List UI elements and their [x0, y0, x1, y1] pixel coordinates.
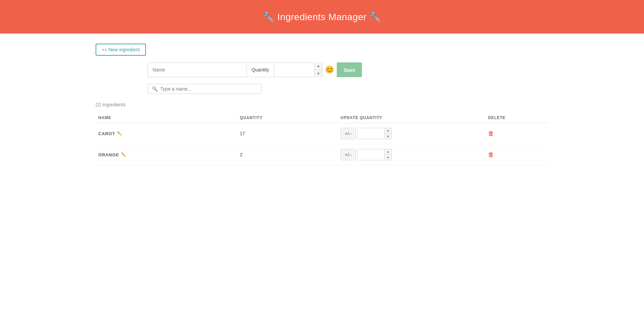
ingredients-table: NAME QUANTITY UPDATE QUANTITY DELETE CAR… — [96, 113, 548, 165]
quantity-spinner-down[interactable]: ▼ — [315, 70, 322, 77]
plus-minus-button[interactable]: +/– — [340, 149, 356, 160]
edit-icon[interactable]: ✏️ — [117, 131, 122, 136]
delete-button[interactable]: 🗑 — [488, 151, 494, 158]
edit-icon[interactable]: ✏️ — [121, 152, 126, 157]
ingredient-name-cell: ORANGE ✏️ — [96, 152, 240, 157]
quantity-spinners: ▲ ▼ — [314, 62, 322, 77]
ingredient-name-cell: CAROT ✏️ — [96, 131, 240, 136]
ingredients-count: (2) ingredients — [96, 102, 126, 107]
search-icon: 🔍 — [152, 86, 158, 92]
search-input[interactable] — [160, 86, 257, 92]
ingredient-quantity-cell: 17 — [240, 131, 340, 136]
new-ingredient-button[interactable]: + + New ingredient — [96, 44, 146, 56]
update-quantity-cell: +/– ▲ ▼ — [340, 128, 488, 139]
ingredient-quantity-cell: 2 — [240, 152, 340, 157]
save-button[interactable]: Save — [337, 62, 362, 77]
update-spinners: ▲ ▼ — [384, 128, 391, 139]
update-input-wrapper: ▲ ▼ — [357, 149, 392, 160]
col-header-update-quantity: UPDATE QUANTITY — [340, 115, 488, 120]
delete-cell: 🗑 — [488, 151, 548, 158]
table-row: CAROT ✏️ 17 +/– ▲ ▼ 🗑 — [96, 123, 548, 144]
quantity-input[interactable] — [274, 63, 314, 77]
update-spinner-up[interactable]: ▲ — [385, 149, 391, 155]
delete-cell: 🗑 — [488, 130, 548, 137]
quantity-wrapper: Quantity ▲ ▼ — [247, 62, 322, 77]
ingredient-name-input[interactable] — [148, 62, 247, 77]
table-header: NAME QUANTITY UPDATE QUANTITY DELETE — [96, 113, 548, 123]
main-content: + + New ingredient Quantity ▲ ▼ 😊 Save 🔍… — [0, 34, 644, 165]
col-header-name: NAME — [96, 115, 240, 120]
quantity-spinner-up[interactable]: ▲ — [315, 62, 322, 70]
update-input-wrapper: ▲ ▼ — [357, 128, 392, 139]
col-header-delete: DELETE — [488, 115, 548, 120]
plus-icon: + — [102, 47, 104, 52]
delete-button[interactable]: 🗑 — [488, 130, 494, 137]
wrench-left-icon: 🔧 — [263, 12, 275, 22]
add-ingredient-form: Quantity ▲ ▼ 😊 Save — [148, 62, 362, 77]
quantity-label: Quantity — [247, 63, 274, 77]
update-spinners: ▲ ▼ — [384, 149, 391, 160]
update-spinner-up[interactable]: ▲ — [385, 128, 391, 134]
update-quantity-input[interactable] — [358, 149, 384, 160]
plus-minus-button[interactable]: +/– — [340, 128, 356, 139]
search-bar: 🔍 — [148, 84, 262, 94]
col-header-quantity: QUANTITY — [240, 115, 340, 120]
emoji-button[interactable]: 😊 — [322, 62, 337, 77]
header: 🔧 Ingredients Manager 🔧 — [0, 0, 644, 34]
wrench-right-icon: 🔧 — [369, 12, 381, 22]
table-row: ORANGE ✏️ 2 +/– ▲ ▼ 🗑 — [96, 144, 548, 165]
update-quantity-cell: +/– ▲ ▼ — [340, 149, 488, 160]
update-spinner-down[interactable]: ▼ — [385, 155, 391, 160]
page-title: 🔧 Ingredients Manager 🔧 — [263, 11, 381, 22]
update-spinner-down[interactable]: ▼ — [385, 134, 391, 139]
update-quantity-input[interactable] — [358, 128, 384, 139]
